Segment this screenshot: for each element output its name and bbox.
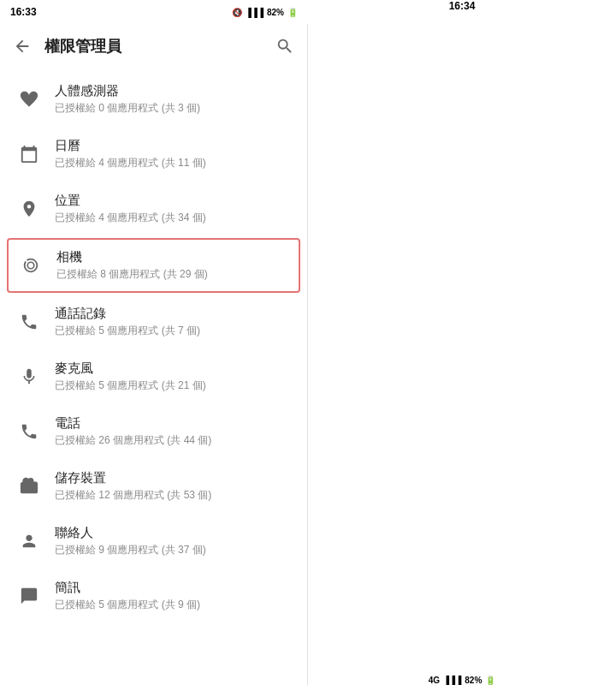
list-item[interactable]: 日曆 已授權給 4 個應用程式 (共 11 個): [0, 127, 307, 182]
item-subtitle: 已授權給 12 個應用程式 (共 53 個): [55, 488, 293, 503]
item-subtitle: 已授權給 8 個應用程式 (共 29 個): [56, 267, 292, 282]
list-item[interactable]: 簡訊 已授權給 5 個應用程式 (共 9 個): [0, 569, 307, 623]
list-item[interactable]: 麥克風 已授權給 5 個應用程式 (共 21 個): [0, 349, 307, 404]
item-title: 簡訊: [55, 580, 293, 596]
back-button-left[interactable]: [7, 31, 38, 62]
list-item-text: 儲存裝置 已授權給 12 個應用程式 (共 53 個): [55, 470, 293, 503]
list-item[interactable]: 電話 已授權給 26 個應用程式 (共 44 個): [0, 404, 307, 459]
item-title: 電話: [55, 415, 293, 432]
item-title: 相機: [56, 249, 292, 265]
header-left: 權限管理員: [0, 24, 307, 68]
status-bar-left: 16:33 🔇 ▐▐▐ 82% 🔋: [0, 0, 308, 24]
storage-icon: [14, 471, 44, 502]
time-left: 16:33: [10, 6, 37, 18]
item-title: 儲存裝置: [55, 470, 293, 486]
list-item-text: 聯絡人 已授權給 9 個應用程式 (共 37 個): [55, 525, 293, 557]
list-item-selected[interactable]: 相機 已授權給 8 個應用程式 (共 29 個): [7, 238, 300, 293]
sms-icon: [14, 581, 44, 611]
list-item[interactable]: 人體感測器 已授權給 0 個應用程式 (共 3 個): [0, 72, 307, 127]
status-bar-right: 16:34 4G ▐▐▐ 82% 🔋: [308, 0, 616, 685]
camera-icon: [15, 250, 46, 281]
right-panel: 16:34 4G ▐▐▐ 82% 🔋 相機 一律允許 未授權給任何應用程式 僅在…: [308, 0, 616, 685]
status-icons-right: 4G ▐▐▐ 82% 🔋: [429, 676, 496, 685]
item-title: 麥克風: [55, 360, 293, 377]
item-subtitle: 已授權給 26 個應用程式 (共 44 個): [55, 433, 293, 448]
time-right: 16:34: [449, 0, 476, 12]
left-panel: 16:33 🔇 ▐▐▐ 82% 🔋 權限管理員 人體感測器 已授權給 0 個應用…: [0, 0, 308, 685]
page-title-left: 權限管理員: [44, 36, 270, 57]
list-item-text: 相機 已授權給 8 個應用程式 (共 29 個): [56, 249, 292, 282]
location-icon: [14, 194, 44, 224]
item-subtitle: 已授權給 4 個應用程式 (共 11 個): [55, 156, 293, 170]
item-subtitle: 已授權給 5 個應用程式 (共 9 個): [55, 598, 293, 612]
list-item-text: 簡訊 已授權給 5 個應用程式 (共 9 個): [55, 580, 293, 612]
list-item-text: 日曆 已授權給 4 個應用程式 (共 11 個): [55, 138, 293, 170]
permission-list: 人體感測器 已授權給 0 個應用程式 (共 3 個) 日曆 已授權給 4 個應用…: [0, 68, 307, 685]
status-icons-left: 🔇 ▐▐▐ 82% 🔋: [232, 8, 298, 17]
phone-icon: [14, 416, 44, 447]
list-item[interactable]: 聯絡人 已授權給 9 個應用程式 (共 37 個): [0, 514, 307, 569]
list-item-text: 人體感測器 已授權給 0 個應用程式 (共 3 個): [55, 83, 293, 116]
item-title: 日曆: [55, 138, 293, 154]
list-item-text: 電話 已授權給 26 個應用程式 (共 44 個): [55, 415, 293, 448]
calendar-icon: [14, 139, 44, 170]
call-log-icon: [14, 307, 44, 337]
item-title: 位置: [55, 193, 293, 209]
item-title: 聯絡人: [55, 525, 293, 541]
item-subtitle: 已授權給 4 個應用程式 (共 34 個): [55, 211, 293, 225]
list-item-text: 通話記錄 已授權給 5 個應用程式 (共 7 個): [55, 306, 293, 338]
item-title: 人體感測器: [55, 83, 293, 99]
list-item-text: 位置 已授權給 4 個應用程式 (共 34 個): [55, 193, 293, 225]
list-item[interactable]: 通話記錄 已授權給 5 個應用程式 (共 7 個): [0, 295, 307, 349]
microphone-icon: [14, 361, 44, 392]
contacts-icon: [14, 526, 44, 557]
item-subtitle: 已授權給 5 個應用程式 (共 21 個): [55, 378, 293, 393]
item-subtitle: 已授權給 9 個應用程式 (共 37 個): [55, 543, 293, 557]
search-button-left[interactable]: [270, 31, 300, 62]
list-item[interactable]: 儲存裝置 已授權給 12 個應用程式 (共 53 個): [0, 459, 307, 514]
item-subtitle: 已授權給 5 個應用程式 (共 7 個): [55, 324, 293, 338]
item-title: 通話記錄: [55, 306, 293, 322]
body-sensor-icon: [14, 84, 44, 115]
item-subtitle: 已授權給 0 個應用程式 (共 3 個): [55, 101, 293, 116]
list-item-text: 麥克風 已授權給 5 個應用程式 (共 21 個): [55, 360, 293, 393]
list-item[interactable]: 位置 已授權給 4 個應用程式 (共 34 個): [0, 182, 307, 236]
